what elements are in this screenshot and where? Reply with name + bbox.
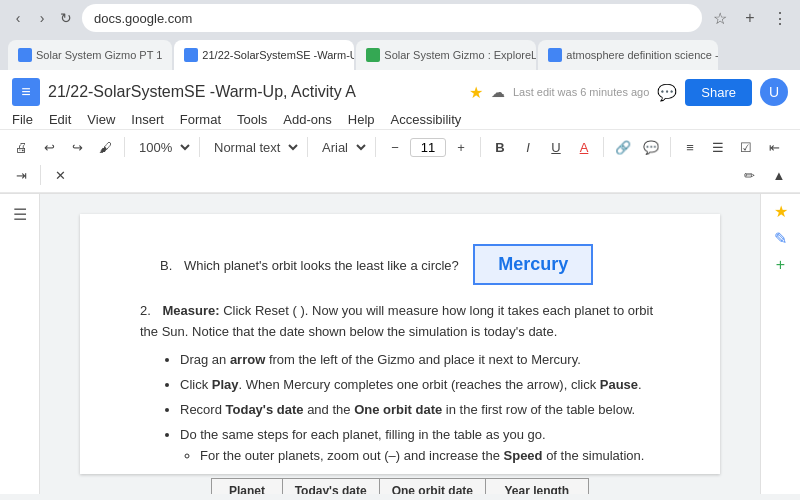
question-b-label: B. bbox=[160, 258, 172, 273]
docs-app: ≡ 21/22-SolarSystemSE -Warm-Up, Activity… bbox=[0, 70, 800, 194]
indent-less-button[interactable]: ⇤ bbox=[761, 134, 787, 160]
divider3 bbox=[307, 137, 308, 157]
font-select[interactable]: Arial bbox=[314, 137, 369, 158]
tab-atmosphere[interactable]: atmosphere definition science - Google S… bbox=[538, 40, 718, 70]
doc-page[interactable]: B. Which planet's orbit looks the least … bbox=[40, 194, 760, 494]
tab-warmup[interactable]: 21/22-SolarSystemSE -Warm-Up, Activity A… bbox=[174, 40, 354, 70]
forward-button[interactable]: › bbox=[32, 8, 52, 28]
docs-menu: File Edit View Insert Format Tools Add-o… bbox=[0, 110, 800, 129]
divider2 bbox=[199, 137, 200, 157]
format-toolbar: 🖨 ↩ ↪ 🖌 100% Normal text Arial − + B I U… bbox=[0, 129, 800, 193]
docs-header: ≡ 21/22-SolarSystemSE -Warm-Up, Activity… bbox=[0, 70, 800, 110]
menu-format[interactable]: Format bbox=[180, 112, 221, 127]
address-bar[interactable]: docs.google.com bbox=[82, 4, 702, 32]
question-b-prompt: Which planet's orbit looks the least lik… bbox=[184, 258, 459, 273]
zoom-select[interactable]: 100% bbox=[131, 137, 193, 158]
cloud-icon: ☁ bbox=[491, 84, 505, 100]
docs-header-actions: Last edit was 6 minutes ago 💬 Share U bbox=[513, 78, 788, 106]
sub-bullet-1: For the outer planets, zoom out (–) and … bbox=[200, 446, 660, 467]
tab3-favicon bbox=[366, 48, 380, 62]
reload-button[interactable]: ↻ bbox=[56, 8, 76, 28]
question-b-text: B. Which planet's orbit looks the least … bbox=[160, 244, 660, 285]
col-today: Today's date bbox=[282, 479, 379, 494]
new-tab-button[interactable]: + bbox=[738, 6, 762, 30]
comment-button[interactable]: 💬 bbox=[638, 134, 664, 160]
page: B. Which planet's orbit looks the least … bbox=[80, 214, 720, 474]
star-icon[interactable]: ★ bbox=[469, 83, 483, 102]
menu-edit[interactable]: Edit bbox=[49, 112, 71, 127]
link-button[interactable]: 🔗 bbox=[610, 134, 636, 160]
menu-tools[interactable]: Tools bbox=[237, 112, 267, 127]
clear-format-button[interactable]: ✕ bbox=[47, 162, 73, 188]
tab4-label: atmosphere definition science - Google S… bbox=[566, 49, 718, 61]
docs-icon: ≡ bbox=[12, 78, 40, 106]
address-text: docs.google.com bbox=[94, 11, 192, 26]
menu-addons[interactable]: Add-ons bbox=[283, 112, 331, 127]
paint-format-button[interactable]: 🖌 bbox=[92, 134, 118, 160]
nav-buttons: ‹ › ↻ bbox=[8, 8, 76, 28]
align-button[interactable]: ≡ bbox=[677, 134, 703, 160]
indent-more-button[interactable]: ⇥ bbox=[8, 162, 34, 188]
question-2: 2. Measure: Click Reset ( ). Now you wil… bbox=[140, 301, 660, 494]
underline-button[interactable]: U bbox=[543, 134, 569, 160]
tab1-favicon bbox=[18, 48, 32, 62]
left-sidebar: ☰ bbox=[0, 194, 40, 494]
checklist-button[interactable]: ☑ bbox=[733, 134, 759, 160]
bullet-2: Click Play. When Mercury completes one o… bbox=[180, 375, 660, 396]
font-size-down[interactable]: − bbox=[382, 134, 408, 160]
bullet-1: Drag an arrow from the left of the Gizmo… bbox=[180, 350, 660, 371]
bullet-3: Record Today's date and the One orbit da… bbox=[180, 400, 660, 421]
menu-accessibility[interactable]: Accessibility bbox=[391, 112, 462, 127]
tab1-label: Solar System Gizmo PT 1 bbox=[36, 49, 162, 61]
question-b: B. Which planet's orbit looks the least … bbox=[140, 244, 660, 285]
divider8 bbox=[40, 165, 41, 185]
data-table: Planet Today's date One orbit date Year … bbox=[211, 478, 588, 494]
q2-num: 2. bbox=[140, 303, 151, 318]
browser-top-bar: ‹ › ↻ docs.google.com ☆ + ⋮ bbox=[0, 0, 800, 36]
tab-explore[interactable]: Solar System Gizmo : ExploreLearnin bbox=[356, 40, 536, 70]
share-button[interactable]: Share bbox=[685, 79, 752, 106]
menu-help[interactable]: Help bbox=[348, 112, 375, 127]
font-size-input[interactable] bbox=[410, 138, 446, 157]
docs-icon-symbol: ≡ bbox=[21, 83, 30, 101]
tabs-bar: Solar System Gizmo PT 1 21/22-SolarSyste… bbox=[0, 36, 800, 70]
question-2-intro: 2. Measure: Click Reset ( ). Now you wil… bbox=[140, 301, 660, 343]
col-planet: Planet bbox=[212, 479, 282, 494]
bookmark-button[interactable]: ☆ bbox=[708, 6, 732, 30]
question-b-answer[interactable]: Mercury bbox=[473, 244, 593, 285]
menu-view[interactable]: View bbox=[87, 112, 115, 127]
font-size-up[interactable]: + bbox=[448, 134, 474, 160]
bold-button[interactable]: B bbox=[487, 134, 513, 160]
sidebar-right-icon1[interactable]: ★ bbox=[774, 202, 788, 221]
menu-insert[interactable]: Insert bbox=[131, 112, 164, 127]
col-length: Year length bbox=[485, 479, 588, 494]
back-button[interactable]: ‹ bbox=[8, 8, 28, 28]
print-button[interactable]: 🖨 bbox=[8, 134, 34, 160]
divider7 bbox=[670, 137, 671, 157]
browser-chrome: ‹ › ↻ docs.google.com ☆ + ⋮ Solar System… bbox=[0, 0, 800, 70]
divider1 bbox=[124, 137, 125, 157]
table-header-row: Planet Today's date One orbit date Year … bbox=[212, 479, 588, 494]
bullet-list: Drag an arrow from the left of the Gizmo… bbox=[180, 350, 660, 466]
redo-button[interactable]: ↪ bbox=[64, 134, 90, 160]
divider4 bbox=[375, 137, 376, 157]
comments-button[interactable]: 💬 bbox=[657, 82, 677, 102]
divider6 bbox=[603, 137, 604, 157]
tab-solar-gizmo[interactable]: Solar System Gizmo PT 1 bbox=[8, 40, 172, 70]
edit-mode-button[interactable]: ✏ bbox=[736, 162, 762, 188]
menu-button[interactable]: ⋮ bbox=[768, 6, 792, 30]
chevron-up-button[interactable]: ▲ bbox=[766, 162, 792, 188]
list-button[interactable]: ☰ bbox=[705, 134, 731, 160]
sidebar-right-icon2[interactable]: ✎ bbox=[774, 229, 787, 248]
tab2-label: 21/22-SolarSystemSE -Warm-Up, Activity A… bbox=[202, 49, 354, 61]
text-color-button[interactable]: A bbox=[571, 134, 597, 160]
user-avatar[interactable]: U bbox=[760, 78, 788, 106]
undo-button[interactable]: ↩ bbox=[36, 134, 62, 160]
menu-file[interactable]: File bbox=[12, 112, 33, 127]
doc-outline-icon[interactable]: ☰ bbox=[8, 202, 32, 226]
italic-button[interactable]: I bbox=[515, 134, 541, 160]
right-sidebar: ★ ✎ + bbox=[760, 194, 800, 494]
style-select[interactable]: Normal text bbox=[206, 137, 301, 158]
tab3-label: Solar System Gizmo : ExploreLearnin bbox=[384, 49, 536, 61]
sidebar-right-icon3[interactable]: + bbox=[776, 256, 785, 274]
